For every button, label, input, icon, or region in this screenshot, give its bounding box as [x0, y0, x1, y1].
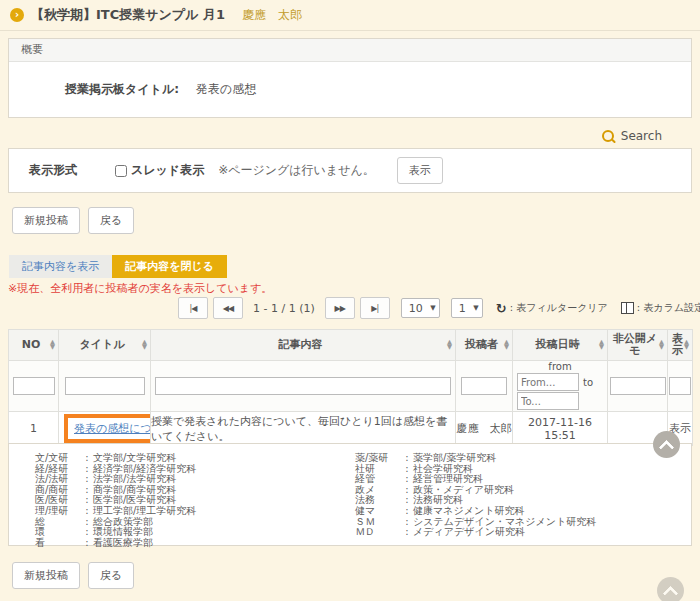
- tab-close-article-content[interactable]: 記事内容を閉じる: [112, 255, 227, 278]
- col-header-title[interactable]: タイトル▲▼: [59, 330, 151, 361]
- filter-date-to-input[interactable]: [517, 392, 579, 410]
- filter-content-input[interactable]: [155, 377, 451, 395]
- filter-clear-label: : 表フィルタークリア: [510, 301, 608, 315]
- sort-icon[interactable]: ▲▼: [50, 340, 55, 350]
- filter-author-input[interactable]: [461, 377, 507, 395]
- top-actions: 新規投稿 戻る: [12, 207, 134, 234]
- legend-row: 薬/薬研:薬学部/薬学研究科: [355, 453, 675, 464]
- table-columns-icon: [621, 302, 634, 314]
- legend-name: 健康マネジメント研究科: [413, 506, 524, 517]
- cell-datetime: 2017-11-16 15:51: [513, 412, 608, 446]
- chevron-up-icon: [659, 439, 675, 455]
- legend-row: 法/法研:法学部/法学研究科: [35, 474, 355, 485]
- user-name-link[interactable]: 慶應 太郎: [242, 7, 302, 24]
- sort-icon[interactable]: ▲▼: [447, 340, 452, 350]
- prev-page-button[interactable]: ◀◀: [213, 297, 243, 319]
- board-title-label: 授業掲示板タイトル:: [9, 81, 179, 98]
- sort-icon[interactable]: ▲▼: [659, 340, 664, 350]
- thread-display-option[interactable]: スレッド表示: [115, 162, 204, 179]
- col-header-private-memo[interactable]: 非公開メモ▲▼: [608, 330, 668, 361]
- header-divider: [0, 30, 700, 31]
- legend-name: 看護医療学部: [93, 538, 153, 549]
- new-post-button[interactable]: 新規投稿: [12, 207, 80, 234]
- legend-abbr: 文/文研: [35, 453, 81, 464]
- legend-row: ＭＤ:メディアデザイン研究科: [355, 527, 675, 538]
- thread-display-checkbox[interactable]: [115, 165, 127, 177]
- legend-name: メディアデザイン研究科: [413, 527, 525, 538]
- page-number-select-wrap: 1 ▼: [451, 298, 483, 318]
- scroll-to-top-button[interactable]: [653, 431, 680, 458]
- bottom-actions: 新規投稿 戻る: [12, 562, 134, 589]
- legend-row: 総:総合政策学部: [35, 517, 355, 528]
- legend-row: 看:看護医療学部: [35, 538, 355, 549]
- chevron-up-icon: [663, 585, 679, 601]
- legend-col-right: 薬/薬研:薬学部/薬学研究科社研:社会学研究科経管:経営管理研究科政メ:政策・メ…: [355, 453, 675, 548]
- next-page-button[interactable]: ▶▶: [325, 297, 355, 319]
- filter-clear-tool[interactable]: ↻ : 表フィルタークリア: [496, 301, 608, 315]
- col-header-datetime[interactable]: 投稿日時▲▼: [513, 330, 608, 361]
- scroll-to-top-button-bottom[interactable]: [657, 577, 684, 601]
- legend-abbr: 看: [35, 538, 81, 549]
- legend-row: 文/文研:文学部/文学研究科: [35, 453, 355, 464]
- col-header-display[interactable]: 表示▲▼: [668, 330, 693, 361]
- filter-date-from-input[interactable]: [517, 373, 579, 391]
- back-button-bottom[interactable]: 戻る: [88, 562, 134, 589]
- legend-row: 環:環境情報学部: [35, 527, 355, 538]
- table-row: 1 発表の感想について 授業で発表された内容について、毎回ひとり1回は感想を書い…: [9, 412, 693, 446]
- sort-icon[interactable]: ▲▼: [599, 340, 604, 350]
- legend-row: 経管:経営管理研究科: [355, 474, 675, 485]
- back-button[interactable]: 戻る: [88, 207, 134, 234]
- sort-icon[interactable]: ▲▼: [142, 340, 147, 350]
- legend-abbr: 理/理研: [35, 506, 81, 517]
- legend-separator: :: [81, 506, 93, 517]
- filter-memo-input[interactable]: [610, 377, 666, 395]
- realname-notice: ※現在、全利用者に投稿者の実名を表示しています。: [8, 281, 272, 296]
- page-header: › 【秋学期】ITC授業サンプル 月1 慶應 太郎: [10, 6, 302, 24]
- display-button[interactable]: 表示: [397, 157, 443, 184]
- legend-separator: :: [401, 527, 413, 538]
- pagination-bar: |◀ ◀◀ 1 - 1 / 1 (1) ▶▶ ▶| 10 ▼ 1 ▼ ↻ : 表…: [178, 297, 700, 319]
- overview-panel: 概要 授業掲示板タイトル: 発表の感想: [8, 38, 692, 118]
- search-label: Search: [621, 129, 662, 143]
- column-setting-tool[interactable]: : 表カラム設定: [621, 301, 700, 315]
- filter-datetime: from to: [513, 361, 607, 411]
- col-header-no[interactable]: NO▲▼: [9, 330, 59, 361]
- col-header-content[interactable]: 記事内容▲▼: [151, 330, 456, 361]
- legend-row: 経/経研:経済学部/経済学研究科: [35, 464, 355, 475]
- faculty-legend-panel: 文/文研:文学部/文学研究科経/経研:経済学部/経済学研究科法/法研:法学部/法…: [8, 443, 692, 546]
- search-icon: [602, 130, 614, 142]
- sort-icon[interactable]: ▲▼: [684, 340, 689, 350]
- legend-separator: :: [401, 506, 413, 517]
- page-range: 1 - 1 / 1 (1): [253, 302, 315, 315]
- first-page-button[interactable]: |◀: [178, 297, 208, 319]
- page-number-select[interactable]: 1: [451, 298, 483, 318]
- legend-separator: :: [81, 538, 93, 549]
- sort-icon[interactable]: ▲▼: [504, 340, 509, 350]
- search-toggle[interactable]: Search: [602, 129, 662, 143]
- last-page-button[interactable]: ▶|: [360, 297, 390, 319]
- from-label: from: [517, 362, 603, 372]
- legend-name: 薬学部/薬学研究科: [413, 453, 496, 464]
- display-format-label: 表示形式: [29, 162, 77, 179]
- article-tabs: 記事内容を表示 記事内容を閉じる: [9, 255, 227, 278]
- post-title-link[interactable]: 発表の感想について: [74, 422, 151, 435]
- col-header-author[interactable]: 投稿者▲▼: [456, 330, 513, 361]
- page-size-select-wrap: 10 ▼: [401, 298, 440, 318]
- page: › 【秋学期】ITC授業サンプル 月1 慶應 太郎 概要 授業掲示板タイトル: …: [0, 0, 700, 601]
- legend-name: 理工学部/理工学研究科: [93, 506, 196, 517]
- page-size-select[interactable]: 10: [401, 298, 440, 318]
- tab-show-article-content[interactable]: 記事内容を表示: [9, 255, 112, 278]
- cell-title: 発表の感想について: [59, 412, 151, 446]
- highlight-box: 発表の感想について: [64, 414, 151, 443]
- board-title-value: 発表の感想: [196, 81, 256, 98]
- page-title: 【秋学期】ITC授業サンプル 月1: [31, 6, 225, 24]
- posts-table: NO▲▼ タイトル▲▼ 記事内容▲▼ 投稿者▲▼ 投稿日時▲▼ 非公開メモ▲▼ …: [8, 329, 693, 446]
- legend-row: 商/商研:商学部/商学研究科: [35, 485, 355, 496]
- filter-title-input[interactable]: [65, 377, 145, 395]
- filter-no-input[interactable]: [13, 377, 55, 395]
- column-setting-label: : 表カラム設定: [637, 301, 700, 315]
- filter-display-input[interactable]: [669, 377, 691, 395]
- legend-row: 社研:社会学研究科: [355, 464, 675, 475]
- cell-no: 1: [9, 412, 59, 446]
- new-post-button-bottom[interactable]: 新規投稿: [12, 562, 80, 589]
